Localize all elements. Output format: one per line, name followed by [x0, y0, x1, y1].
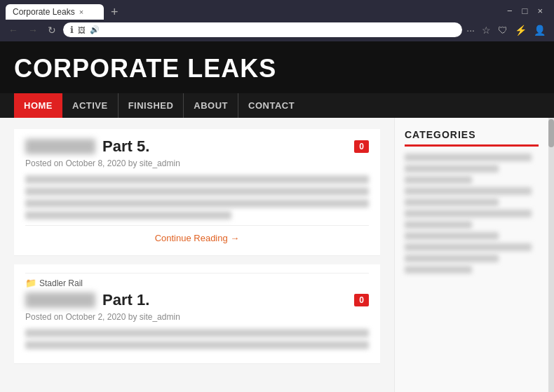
sidebar-cat-10 — [405, 255, 499, 262]
post-2-meta: Posted on October 2, 2020 by site_admin — [25, 312, 369, 322]
post-2-category-label[interactable]: Stadler Rail — [39, 278, 83, 288]
excerpt-line-1 — [25, 175, 369, 184]
website-content: CORPORATE LEAKS HOME ACTIVE FINISHED ABO… — [0, 41, 554, 392]
post-2-blurred-name — [25, 292, 95, 308]
post-2-title-row: Part 1. 0 — [25, 291, 369, 309]
restore-button[interactable]: □ — [522, 6, 528, 16]
content-area: Part 5. 0 Posted on October 8, 2020 by s… — [0, 118, 394, 392]
post-2-category: 📁 Stadler Rail — [25, 273, 369, 291]
excerpt-2-line-2 — [25, 341, 369, 349]
new-tab-button[interactable]: + — [107, 5, 123, 20]
site-nav: HOME ACTIVE FINISHED ABOUT CONTACT — [0, 93, 554, 118]
tab-close-button[interactable]: × — [79, 8, 83, 16]
sidebar-cat-5 — [405, 198, 499, 206]
browser-icons: ··· ☆ 🛡 ⚡ 👤 — [466, 25, 548, 36]
post-1-title[interactable]: Part 5. — [102, 137, 149, 156]
main-content: Part 5. 0 Posted on October 8, 2020 by s… — [0, 118, 554, 392]
scrollbar-track[interactable] — [548, 118, 554, 392]
folder-icon: 📁 — [25, 278, 36, 288]
sidebar-cat-9 — [405, 243, 532, 251]
shield-icon[interactable]: 🛡 — [498, 25, 508, 36]
excerpt-line-3 — [25, 199, 369, 208]
tab-bar: Corporate Leaks × + − □ × — [0, 0, 554, 20]
sidebar-cat-8 — [405, 232, 499, 240]
browser-chrome: Corporate Leaks × + − □ × ← → ↻ ℹ 🖼 🔊 ··… — [0, 0, 554, 41]
excerpt-2-line-1 — [25, 329, 369, 337]
post-1-excerpt — [25, 175, 369, 219]
address-bar[interactable]: ℹ 🖼 🔊 — [63, 22, 462, 37]
nav-active[interactable]: ACTIVE — [62, 93, 119, 118]
post-2: 📁 Stadler Rail Part 1. 0 Posted on Octob… — [14, 264, 380, 364]
post-1-continue: Continue Reading → — [25, 225, 369, 247]
tab-title: Corporate Leaks — [13, 7, 75, 17]
account-icon[interactable]: 👤 — [534, 25, 546, 36]
nav-contact[interactable]: CONTACT — [238, 93, 304, 118]
window-controls: − □ × — [507, 6, 548, 19]
extension-icon[interactable]: ⚡ — [515, 25, 527, 36]
address-bar-row: ← → ↻ ℹ 🖼 🔊 ··· ☆ 🛡 ⚡ 👤 — [0, 20, 554, 41]
post-1-meta: Posted on October 8, 2020 by site_admin — [25, 158, 369, 168]
refresh-button[interactable]: ↻ — [45, 23, 59, 37]
site-title: CORPORATE LEAKS — [14, 54, 540, 83]
back-button[interactable]: ← — [6, 23, 21, 37]
post-2-comment-count[interactable]: 0 — [354, 294, 369, 306]
post-2-excerpt — [25, 329, 369, 349]
bookmark-icon[interactable]: ☆ — [482, 25, 491, 36]
excerpt-line-2 — [25, 187, 369, 196]
sidebar: CATEGORIES — [394, 118, 548, 392]
minimize-button[interactable]: − — [507, 6, 513, 16]
post-2-title[interactable]: Part 1. — [102, 291, 149, 309]
active-tab[interactable]: Corporate Leaks × — [6, 4, 104, 20]
forward-button[interactable]: → — [25, 23, 41, 37]
sidebar-cat-3 — [405, 176, 472, 184]
scrollbar-thumb[interactable] — [548, 119, 554, 147]
continue-reading-link[interactable]: Continue Reading → — [155, 233, 240, 243]
sidebar-cat-2 — [405, 165, 499, 173]
post-1-blurred-name — [25, 139, 95, 154]
post-1-title-row: Part 5. 0 — [25, 137, 369, 156]
nav-home[interactable]: HOME — [14, 93, 62, 118]
sidebar-cat-4 — [405, 187, 532, 195]
menu-dots-icon[interactable]: ··· — [466, 25, 475, 36]
sidebar-cat-7 — [405, 221, 472, 229]
site-header: CORPORATE LEAKS — [0, 41, 554, 93]
sidebar-cat-11 — [405, 266, 472, 273]
close-button[interactable]: × — [537, 6, 543, 16]
post-1-comment-count[interactable]: 0 — [354, 140, 369, 153]
post-1: Part 5. 0 Posted on October 8, 2020 by s… — [14, 129, 380, 256]
nav-finished[interactable]: FINISHED — [119, 93, 184, 118]
excerpt-line-4 — [25, 211, 231, 219]
categories-title: CATEGORIES — [405, 129, 539, 147]
sidebar-cat-1 — [405, 154, 532, 161]
nav-about[interactable]: ABOUT — [184, 93, 238, 118]
sidebar-cat-6 — [405, 210, 532, 217]
